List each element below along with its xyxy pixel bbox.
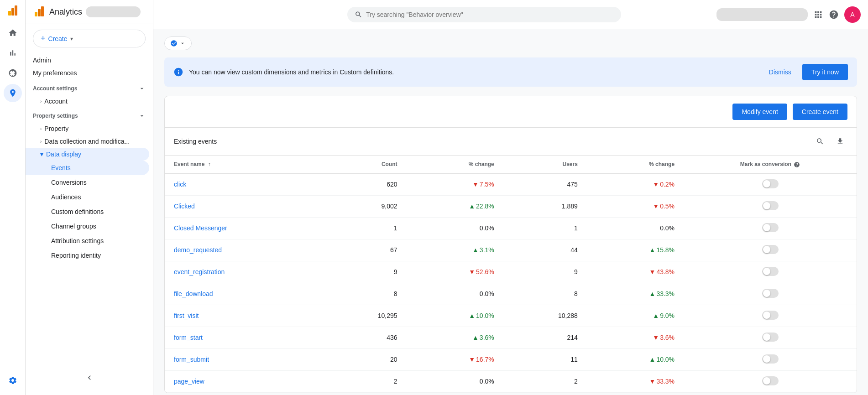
event-name-cell[interactable]: form_start xyxy=(165,327,323,348)
filter-chip[interactable] xyxy=(164,36,192,50)
attribution-settings-nav-item[interactable]: Attribution settings xyxy=(26,234,153,248)
toggle-cell[interactable] xyxy=(684,370,857,392)
users-cell: 44 xyxy=(503,239,587,261)
search-input[interactable] xyxy=(366,11,614,18)
col-users-change[interactable]: % change xyxy=(587,156,684,173)
try-now-button[interactable]: Try it now xyxy=(802,64,848,80)
conversion-toggle[interactable] xyxy=(762,245,779,254)
create-button[interactable]: + Create ▾ xyxy=(33,30,146,47)
modify-event-button[interactable]: Modify event xyxy=(732,104,787,120)
search-bar[interactable] xyxy=(347,7,621,22)
event-name-cell[interactable]: page_view xyxy=(165,370,323,392)
count-change-cell: ▲10.0% xyxy=(407,305,503,327)
conversion-toggle[interactable] xyxy=(762,311,779,320)
conversion-toggle[interactable] xyxy=(762,376,779,385)
user-avatar[interactable]: A xyxy=(844,6,861,23)
audiences-label: Audiences xyxy=(51,193,81,201)
users-change-cell: ▲33.3% xyxy=(587,283,684,305)
my-preferences-item[interactable]: My preferences xyxy=(26,66,153,80)
action-buttons: Modify event Create event xyxy=(732,104,847,120)
sort-icon: ↑ xyxy=(208,161,211,167)
svg-rect-2 xyxy=(15,5,17,16)
table-row: page_view 2 0.0% 2 ▼33.3% xyxy=(165,370,857,392)
data-collection-nav-item[interactable]: › Data collection and modifica... xyxy=(26,135,153,148)
help-icon[interactable] xyxy=(829,10,839,20)
table-row: click 620 ▼7.5% 475 ▼0.2% xyxy=(165,173,857,195)
col-event-name[interactable]: Event name ↑ xyxy=(165,156,323,173)
toggle-cell[interactable] xyxy=(684,327,857,348)
events-nav-item[interactable]: Events xyxy=(26,161,149,175)
custom-definitions-nav-item[interactable]: Custom definitions xyxy=(26,204,153,219)
audiences-nav-item[interactable]: Audiences xyxy=(26,190,153,204)
toggle-cell[interactable] xyxy=(684,239,857,261)
channel-groups-nav-item[interactable]: Channel groups xyxy=(26,219,153,234)
event-name-cell[interactable]: file_download xyxy=(165,283,323,305)
account-nav-item[interactable]: › Account xyxy=(26,95,153,108)
toggle-cell[interactable] xyxy=(684,173,857,195)
collapse-button[interactable] xyxy=(26,368,153,388)
count-change-cell: ▼16.7% xyxy=(407,348,503,370)
table-row: first_visit 10,295 ▲10.0% 10,288 ▲9.0% xyxy=(165,305,857,327)
count-change-cell: ▲3.6% xyxy=(407,327,503,348)
event-name-cell[interactable]: demo_requested xyxy=(165,239,323,261)
toggle-cell[interactable] xyxy=(684,261,857,283)
conversion-toggle[interactable] xyxy=(762,267,779,276)
col-users[interactable]: Users xyxy=(503,156,587,173)
conversion-toggle[interactable] xyxy=(762,179,779,188)
table-row: file_download 8 0.0% 8 ▲33.3% xyxy=(165,283,857,305)
nav-icon-advertising[interactable] xyxy=(4,84,22,102)
event-name-cell[interactable]: event_registration xyxy=(165,261,323,283)
conversion-toggle[interactable] xyxy=(762,223,779,232)
toggle-cell[interactable] xyxy=(684,348,857,370)
event-name-cell[interactable]: Closed Messenger xyxy=(165,217,323,239)
toggle-cell[interactable] xyxy=(684,217,857,239)
col-count[interactable]: Count xyxy=(323,156,406,173)
nav-icon-home[interactable] xyxy=(4,24,22,42)
download-button[interactable] xyxy=(833,134,847,149)
grid-icon[interactable] xyxy=(813,10,823,20)
conversion-toggle[interactable] xyxy=(762,201,779,210)
conversion-toggle[interactable] xyxy=(762,289,779,298)
conversions-nav-item[interactable]: Conversions xyxy=(26,175,153,190)
change-arrow-up-icon: ▲ xyxy=(469,312,475,319)
change-arrow-down-icon: ▼ xyxy=(653,203,659,210)
conversion-help-icon[interactable] xyxy=(794,161,800,168)
account-label: Account xyxy=(44,98,68,105)
data-display-nav-item[interactable]: ▾ Data display xyxy=(26,148,149,161)
account-settings-section[interactable]: Account settings xyxy=(26,80,153,95)
event-name-cell[interactable]: Clicked xyxy=(165,195,323,217)
change-arrow-up-icon: ▲ xyxy=(649,246,656,254)
reporting-identity-nav-item[interactable]: Reporting identity xyxy=(26,248,153,263)
create-event-button[interactable]: Create event xyxy=(793,104,847,120)
table-row: Clicked 9,002 ▲22.8% 1,889 ▼0.5% xyxy=(165,195,857,217)
top-bar: A xyxy=(153,0,868,29)
change-arrow-down-icon: ▼ xyxy=(649,268,656,275)
logo[interactable] xyxy=(5,4,20,18)
event-name-cell[interactable]: form_submit xyxy=(165,348,323,370)
property-settings-section[interactable]: Property settings xyxy=(26,108,153,122)
conversion-toggle[interactable] xyxy=(762,354,779,364)
toggle-cell[interactable] xyxy=(684,195,857,217)
event-name-cell[interactable]: click xyxy=(165,173,323,195)
toggle-cell[interactable] xyxy=(684,305,857,327)
count-cell: 8 xyxy=(323,283,406,305)
change-arrow-down-icon: ▼ xyxy=(649,378,656,385)
svg-rect-4 xyxy=(38,9,41,16)
event-name-cell[interactable]: first_visit xyxy=(165,305,323,327)
nav-icon-settings[interactable] xyxy=(4,371,22,390)
search-table-icon xyxy=(816,137,824,146)
nav-logo-area: Analytics xyxy=(33,5,82,18)
existing-events-icons xyxy=(813,134,847,149)
users-cell: 214 xyxy=(503,327,587,348)
search-table-button[interactable] xyxy=(813,134,827,149)
property-nav-item[interactable]: › Property xyxy=(26,122,153,135)
users-change-cell: ▼0.2% xyxy=(587,173,684,195)
nav-icon-reports[interactable] xyxy=(4,44,22,62)
toggle-cell[interactable] xyxy=(684,283,857,305)
users-cell: 8 xyxy=(503,283,587,305)
nav-icon-explore[interactable] xyxy=(4,64,22,82)
account-settings-label: Account settings xyxy=(33,85,77,92)
col-count-change[interactable]: % change xyxy=(407,156,503,173)
dismiss-button[interactable]: Dismiss xyxy=(763,65,797,79)
conversion-toggle[interactable] xyxy=(762,333,779,342)
